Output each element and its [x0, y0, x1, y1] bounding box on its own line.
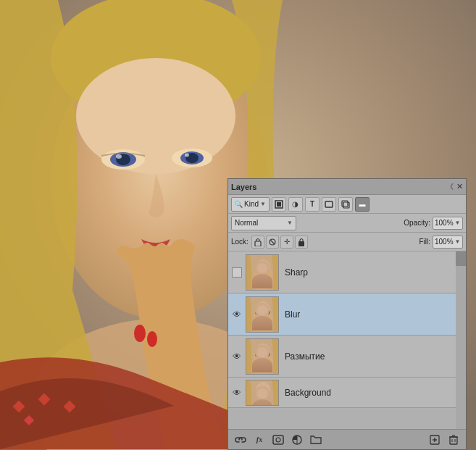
scrollbar-thumb[interactable] [456, 251, 466, 266]
filter-effect-btn[interactable]: ▬ [355, 197, 369, 212]
layer-eye-bg[interactable]: 👁 [228, 388, 246, 398]
opacity-value: 100% [435, 219, 454, 227]
layer-thumbnail-razm [246, 338, 279, 375]
fill-label: Fill: [419, 238, 430, 246]
svg-rect-22 [342, 201, 348, 207]
lock-fill-toolbar: Lock: ✛ Fill: 100% ▼ [228, 233, 466, 251]
filter-select[interactable]: 🔍 Kind ▼ [231, 197, 270, 212]
panel-title: Layers [231, 183, 256, 191]
svg-point-14 [147, 331, 157, 347]
panel-header-icons: 《 ✕ [446, 182, 463, 192]
layer-checkbox-sharp[interactable] [228, 267, 246, 278]
svg-point-12 [185, 154, 189, 157]
filter-shape-btn[interactable] [322, 197, 336, 212]
filter-smartobj-btn[interactable] [338, 197, 353, 212]
lock-position-btn[interactable]: ✛ [280, 236, 293, 249]
svg-rect-21 [325, 201, 333, 207]
layer-row[interactable]: Sharp [228, 251, 456, 293]
filter-pixel-btn[interactable] [272, 197, 286, 212]
fill-dropdown-arrow: ▼ [455, 238, 461, 245]
layer-eye-blur[interactable]: 👁 [228, 309, 246, 320]
svg-point-13 [134, 325, 146, 342]
fill-value: 100% [435, 238, 454, 246]
svg-point-42 [256, 382, 270, 396]
link-layers-btn[interactable] [233, 433, 249, 447]
blend-dropdown-arrow: ▼ [287, 220, 293, 226]
blend-mode-select[interactable]: Normal ▼ [231, 216, 296, 230]
lock-image-btn[interactable] [266, 236, 279, 249]
opacity-input[interactable]: 100% ▼ [433, 217, 463, 230]
filter-adjustment-btn[interactable]: ◑ [288, 197, 303, 212]
svg-line-26 [270, 240, 275, 244]
layer-eye-razm[interactable]: 👁 [228, 351, 246, 362]
visibility-eye-icon[interactable]: 👁 [233, 388, 241, 398]
filter-type-btn[interactable]: T [305, 197, 320, 212]
filter-toolbar: 🔍 Kind ▼ ◑ T ▬ [228, 195, 466, 214]
layer-name-sharp: Sharp [283, 267, 453, 278]
svg-rect-43 [273, 436, 283, 444]
visibility-eye-icon[interactable]: 👁 [233, 309, 241, 320]
add-adjustment-btn[interactable] [289, 433, 305, 447]
visibility-checkbox[interactable] [232, 267, 242, 278]
add-mask-btn[interactable] [270, 433, 286, 447]
layer-thumbnail-blur [246, 296, 279, 333]
svg-rect-49 [450, 437, 457, 444]
opacity-label: Opacity: [404, 219, 430, 227]
svg-point-30 [253, 265, 273, 291]
svg-rect-24 [255, 241, 261, 246]
layer-name-blur: Blur [283, 309, 453, 320]
visibility-eye-icon[interactable]: 👁 [233, 351, 241, 362]
filter-dropdown-arrow: ▼ [260, 201, 266, 207]
fill-input[interactable]: 100% ▼ [433, 236, 463, 249]
svg-rect-20 [277, 202, 281, 207]
lock-icons: ✛ [251, 236, 308, 249]
layer-name-bg: Background [283, 388, 453, 398]
blend-mode-value: Normal [235, 219, 258, 227]
layer-row[interactable]: 👁 Background [228, 378, 456, 408]
panel-header: Layers 《 ✕ [228, 179, 466, 195]
fx-btn[interactable]: fx [251, 433, 267, 447]
layer-row[interactable]: 👁 Blur [228, 293, 456, 336]
panel-bottom-toolbar: fx [228, 429, 466, 449]
opacity-row: Opacity: 100% ▼ [404, 217, 463, 230]
svg-point-44 [276, 438, 280, 442]
opacity-dropdown-arrow: ▼ [455, 220, 461, 226]
svg-rect-27 [298, 241, 304, 246]
add-layer-btn[interactable] [427, 433, 443, 447]
blend-opacity-toolbar: Normal ▼ Opacity: 100% ▼ [228, 214, 466, 233]
svg-point-40 [264, 352, 270, 357]
delete-layer-btn[interactable] [446, 433, 462, 447]
layer-thumbnail-sharp [246, 254, 279, 291]
panel-close-icon[interactable]: ✕ [456, 182, 463, 191]
svg-point-39 [255, 353, 262, 357]
layer-row[interactable]: 👁 Размытие [228, 336, 456, 378]
panel-collapse-icon[interactable]: 《 [446, 182, 454, 192]
filter-kind-label: Kind [244, 200, 259, 208]
svg-point-38 [253, 349, 273, 375]
layer-thumbnail-bg [246, 380, 279, 406]
layer-name-razm: Размытие [283, 351, 453, 362]
svg-rect-23 [343, 202, 349, 208]
svg-point-33 [253, 307, 273, 333]
svg-point-35 [264, 310, 270, 314]
scrollbar-track[interactable] [456, 251, 466, 429]
svg-point-34 [255, 311, 262, 315]
search-icon: 🔍 [235, 201, 243, 208]
layers-panel: Layers 《 ✕ 🔍 Kind ▼ ◑ T ▬ [227, 178, 467, 450]
lock-pixels-btn[interactable] [251, 236, 264, 249]
lock-all-btn[interactable] [295, 236, 308, 249]
svg-point-8 [116, 154, 122, 159]
fill-row: Fill: 100% ▼ [419, 236, 463, 249]
layers-list: Sharp 👁 [228, 251, 466, 429]
add-group-btn[interactable] [308, 433, 324, 447]
lock-label: Lock: [231, 238, 249, 246]
